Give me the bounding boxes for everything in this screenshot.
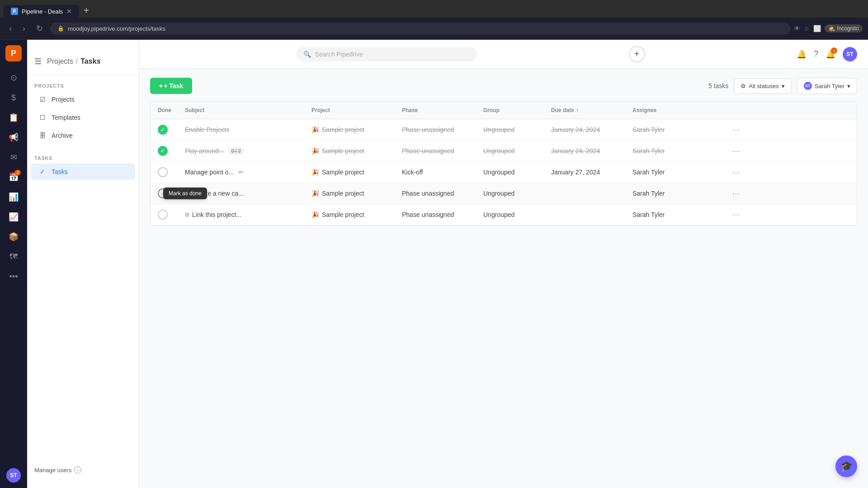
- menu-toggle-icon[interactable]: ☰: [34, 56, 42, 66]
- row-more-icon-3[interactable]: ⋯: [732, 167, 740, 177]
- assignee-chevron-icon: ▾: [847, 83, 850, 89]
- rail-home-icon[interactable]: ⊙: [5, 69, 23, 87]
- notification-badge: 1: [831, 47, 837, 54]
- td-done-1[interactable]: ✓: [151, 119, 178, 140]
- td-phase-5: Phase unassigned: [395, 206, 476, 224]
- rail-calendar-icon[interactable]: 📅 2: [5, 168, 23, 186]
- check-done-1[interactable]: ✓: [158, 125, 168, 135]
- search-bar[interactable]: 🔍 Search Pipedrive: [296, 47, 477, 61]
- project-emoji-2: 🎉: [311, 147, 319, 155]
- sidebar-archive-label: Archive: [52, 132, 73, 139]
- sidebar-item-projects[interactable]: ☑ Projects: [31, 91, 135, 108]
- bell-icon[interactable]: 🔔: [797, 49, 807, 59]
- refresh-button[interactable]: ↻: [33, 22, 47, 35]
- breadcrumb: Projects / Tasks: [47, 57, 100, 66]
- tasks-toolbar: + + Task 5 tasks ⚙ All statuses ▾ ST Sar…: [150, 78, 857, 94]
- help-bubble-button[interactable]: 🎓: [835, 455, 857, 477]
- td-assignee-4: Sarah Tyler: [625, 184, 725, 202]
- manage-users-link[interactable]: Manage users i: [34, 466, 132, 474]
- eye-slash-icon[interactable]: 👁: [794, 25, 800, 32]
- add-task-icon: +: [159, 82, 163, 89]
- rail-mail-icon[interactable]: ✉: [5, 148, 23, 166]
- td-date-5: [544, 209, 625, 220]
- assignee-label: Sarah Tyler: [815, 83, 844, 89]
- rail-more-icon[interactable]: •••: [5, 267, 23, 286]
- td-group-4: Ungrouped: [476, 184, 544, 202]
- add-task-button[interactable]: + + Task: [150, 78, 192, 94]
- sidebar: ☰ Projects / Tasks PROJECTS ☑ Projects ☐…: [27, 40, 139, 488]
- row-more-icon-1[interactable]: ⋯: [732, 125, 740, 135]
- rail-stats-icon[interactable]: 📊: [5, 188, 23, 206]
- subtask-icon-5: ⊞: [185, 211, 189, 218]
- th-project: Project: [304, 102, 395, 119]
- td-subject-3: Manage point o... ✏: [178, 163, 304, 181]
- assignee-filter[interactable]: ST Sarah Tyler ▾: [797, 78, 857, 94]
- td-done-3[interactable]: [151, 162, 178, 183]
- bookmark-star-icon[interactable]: ☆: [804, 25, 810, 32]
- help-icon[interactable]: ?: [814, 49, 818, 59]
- sidebar-tasks-label: Tasks: [52, 168, 68, 175]
- table-row: Manage point o... ✏ 🎉 Sample project Kic…: [151, 162, 857, 183]
- sidebar-item-archive[interactable]: 🗄 Archive: [31, 127, 135, 144]
- td-group-5: Ungrouped: [476, 206, 544, 224]
- td-subject-1: Enable Projects: [178, 121, 304, 139]
- assignee-avatar-icon: ST: [804, 82, 812, 90]
- check-empty-3[interactable]: [158, 167, 168, 177]
- address-bar[interactable]: 🔒 moodjoy.pipedrive.com/projects/tasks: [50, 23, 790, 35]
- new-tab-button[interactable]: +: [80, 4, 93, 18]
- breadcrumb-root[interactable]: Projects: [47, 57, 73, 66]
- rail-box-icon[interactable]: 📦: [5, 228, 23, 246]
- td-more-5[interactable]: ⋯: [725, 204, 747, 225]
- th-done: Done: [151, 102, 178, 119]
- rail-map-icon[interactable]: 🗺: [5, 248, 23, 266]
- rail-user-avatar[interactable]: ST: [6, 468, 21, 483]
- td-group-2: Ungrouped: [476, 142, 544, 160]
- td-project-2: 🎉 Sample project: [304, 142, 395, 160]
- td-more-2[interactable]: ⋯: [725, 141, 747, 161]
- tasks-area: + + Task 5 tasks ⚙ All statuses ▾ ST Sar…: [139, 69, 868, 488]
- row-more-icon-2[interactable]: ⋯: [732, 146, 740, 156]
- row-more-icon-5[interactable]: ⋯: [732, 210, 740, 220]
- tasks-icon: ✓: [38, 167, 47, 176]
- rail-projects-icon[interactable]: 📋: [5, 108, 23, 127]
- project-emoji-3: 🎉: [311, 169, 319, 176]
- notification-icon[interactable]: 🔔 1: [826, 49, 835, 59]
- td-done-4[interactable]: ○ Mark as done: [151, 183, 178, 204]
- add-button[interactable]: +: [629, 46, 645, 62]
- td-done-2[interactable]: ✓: [151, 141, 178, 161]
- th-subject: Subject: [178, 102, 304, 119]
- td-more-3[interactable]: ⋯: [725, 162, 747, 183]
- rail-chart-icon[interactable]: 📈: [5, 208, 23, 226]
- all-statuses-filter[interactable]: ⚙ All statuses ▾: [734, 79, 791, 94]
- active-tab[interactable]: P Pipeline - Deals ✕: [4, 5, 79, 18]
- pipedrive-logo[interactable]: P: [5, 45, 22, 61]
- forward-button[interactable]: ›: [19, 22, 29, 35]
- extensions-icon[interactable]: ⬜: [813, 25, 821, 32]
- table-row: ⊞ Link this project... 🎉 Sample project …: [151, 204, 857, 225]
- user-avatar[interactable]: ST: [843, 47, 857, 61]
- td-phase-2: Phase unassigned: [395, 142, 476, 160]
- th-phase: Phase: [395, 102, 476, 119]
- sidebar-bottom: Manage users i: [27, 459, 139, 481]
- check-done-2[interactable]: ✓: [158, 146, 168, 156]
- header-right-actions: 🔔 ? 🔔 1 ST: [797, 47, 857, 61]
- rail-activities-icon[interactable]: 📢: [5, 128, 23, 146]
- td-more-4[interactable]: ⋯: [725, 183, 747, 204]
- edit-icon-3[interactable]: ✏: [238, 169, 244, 176]
- back-button[interactable]: ‹: [5, 22, 15, 35]
- toolbar-right: 5 tasks ⚙ All statuses ▾ ST Sarah Tyler …: [708, 78, 857, 94]
- td-assignee-2: Sarah Tyler: [625, 142, 725, 160]
- search-placeholder: Search Pipedrive: [315, 51, 363, 58]
- th-actions: [725, 102, 747, 119]
- td-more-1[interactable]: ⋯: [725, 119, 747, 140]
- check-empty-5[interactable]: [158, 210, 168, 220]
- sidebar-item-templates[interactable]: ☐ Templates: [31, 109, 135, 126]
- row-more-icon-4[interactable]: ⋯: [732, 188, 740, 198]
- filter-icon: ⚙: [741, 83, 746, 89]
- rail-deals-icon[interactable]: $: [5, 89, 23, 107]
- td-done-5[interactable]: [151, 204, 178, 225]
- tab-close-button[interactable]: ✕: [66, 8, 72, 15]
- td-subject-2: Play around... 0 / 2: [178, 142, 304, 160]
- breadcrumb-current: Tasks: [80, 57, 100, 66]
- sidebar-item-tasks[interactable]: ✓ Tasks: [31, 164, 135, 180]
